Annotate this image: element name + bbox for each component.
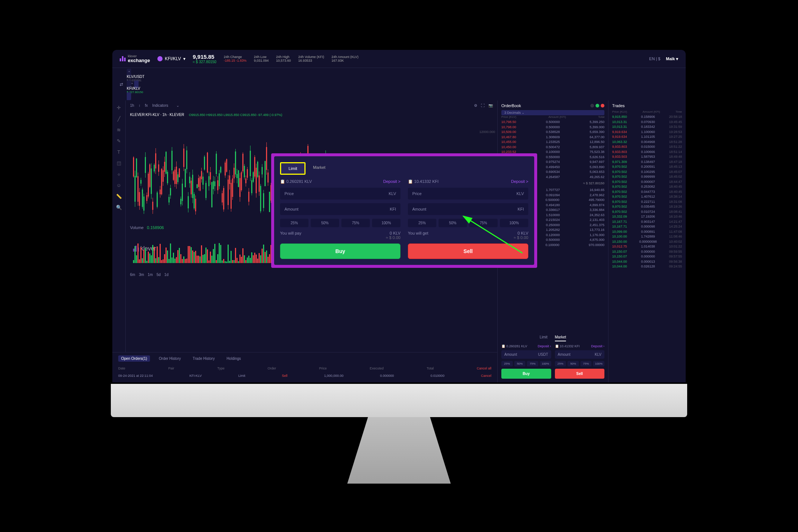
trade-row[interactable]: 10,167.710.00009814:25:24 xyxy=(612,224,682,229)
ob-view-both[interactable] xyxy=(590,104,594,108)
pct-button[interactable]: 25% xyxy=(501,361,513,366)
pct-button[interactable]: 75% xyxy=(580,361,592,366)
lang-selector[interactable]: EN | $ xyxy=(649,57,660,61)
trade-row[interactable]: 9,970.5020.10029518:45:07 xyxy=(612,170,682,175)
sell-button[interactable]: Sell xyxy=(555,369,605,379)
trade-row[interactable]: 9,970.5020.04477318:40:45 xyxy=(612,190,682,195)
timeframe-option[interactable]: 1d xyxy=(164,273,168,277)
cancel-order-button[interactable]: Cancel xyxy=(481,374,491,378)
deposit-link[interactable]: Deposit › xyxy=(538,344,551,348)
timeframe-option[interactable]: 6m xyxy=(130,273,135,277)
trade-row[interactable]: 10,150.000.0000009810:40:02 xyxy=(612,239,682,245)
camera-icon[interactable]: 📷 xyxy=(488,103,493,108)
trade-row[interactable]: 9,933.8030.10066618:51:14 xyxy=(612,150,682,155)
chart-control[interactable]: Indicators xyxy=(152,103,168,108)
orders-tab[interactable]: Open Orders(1) xyxy=(118,355,150,362)
col-date[interactable]: Date xyxy=(118,366,125,370)
trade-row[interactable]: 9,970.5021.40761218:38:14 xyxy=(612,194,682,200)
overlay-tab-limit[interactable]: Limit xyxy=(280,162,306,175)
trendline-icon[interactable]: ╱ xyxy=(116,115,122,122)
trade-row[interactable]: 10,100.001.74288911:08:46 xyxy=(612,234,682,239)
text-icon[interactable]: T xyxy=(116,149,122,155)
trade-row[interactable]: 9,933.5031.58795318:49:48 xyxy=(612,154,682,160)
trade-row[interactable]: 9,915.8500.15890620:58:18 xyxy=(612,115,682,120)
col-pair[interactable]: Pair xyxy=(168,366,174,370)
amount-input[interactable]: AmountKFI xyxy=(408,203,528,215)
pct-button[interactable]: 75% xyxy=(527,361,538,366)
overlay-buy-button[interactable]: Buy xyxy=(280,243,400,259)
orders-tab[interactable]: Order History xyxy=(156,355,184,362)
trade-row[interactable]: 10,099.000.00089111:47:08 xyxy=(612,229,682,235)
trade-row[interactable]: 10,044.000.02612809:24:55 xyxy=(612,264,682,269)
pct-button[interactable]: 75% xyxy=(341,219,370,227)
trade-row[interactable]: 9,919.6341.10110519:27:25 xyxy=(612,134,682,140)
buy-button[interactable]: Buy xyxy=(501,369,551,379)
trade-row[interactable]: 9,970.5020.00000718:44:47 xyxy=(612,180,682,185)
ruler-icon[interactable]: 📏 xyxy=(116,193,122,200)
trade-row[interactable]: 10,013.310.07093019:45:45 xyxy=(612,120,682,125)
orders-tab[interactable]: Holdings xyxy=(224,355,244,362)
col-total[interactable]: Total xyxy=(427,366,434,370)
overlay-sell-button[interactable]: Sell xyxy=(408,243,528,259)
orders-tab[interactable]: Trade History xyxy=(190,355,218,362)
pct-button[interactable]: 50% xyxy=(439,219,467,227)
trade-row[interactable]: 9,970.5020.03548518:19:26 xyxy=(612,204,682,209)
chart-control[interactable]: 1h xyxy=(130,103,134,108)
pattern-icon[interactable]: ◫ xyxy=(116,160,122,166)
fib-icon[interactable]: ≋ xyxy=(116,126,122,133)
user-menu[interactable]: Maik ▾ xyxy=(666,57,678,61)
swap-icon[interactable]: ⇄ xyxy=(120,82,123,87)
price-input[interactable]: PriceKLV xyxy=(408,188,528,200)
trade-row[interactable]: 9,970.5020.25308218:40:45 xyxy=(612,184,682,190)
amount-input[interactable]: AmountKFI xyxy=(280,203,400,215)
pct-button[interactable]: 25% xyxy=(408,219,436,227)
trade-row[interactable]: 9,970.5020.22271118:31:08 xyxy=(612,200,682,205)
timeframe-option[interactable]: 3m xyxy=(139,273,144,277)
col-price[interactable]: Price xyxy=(319,366,327,370)
ovl-deposit-link[interactable]: Deposit > xyxy=(383,179,400,184)
ask-row[interactable]: 10,509.000.5385285,659.390 xyxy=(501,130,604,135)
chart-control[interactable]: fx xyxy=(145,103,148,108)
timeframe-option[interactable]: 5d xyxy=(157,273,161,277)
trade-row[interactable]: 10,044.000.00001309:56:38 xyxy=(612,259,682,265)
pct-button[interactable]: 25% xyxy=(280,219,308,227)
ovl-deposit-link[interactable]: Deposit > xyxy=(511,179,528,184)
cancel-all-button[interactable]: Cancel all xyxy=(477,366,491,370)
pct-button[interactable]: 100% xyxy=(593,361,604,366)
trade-row[interactable]: 10,332.0917.1920616:10:46 xyxy=(612,214,682,219)
amount-input[interactable]: AmountKLV xyxy=(555,350,605,359)
brush-icon[interactable]: ✎ xyxy=(116,137,122,144)
pct-button[interactable]: 50% xyxy=(311,219,339,227)
trade-row[interactable]: 9,970.5020.01072418:08:41 xyxy=(612,209,682,215)
ask-row[interactable]: 10,467.801.30860964,377.00 xyxy=(501,135,604,140)
trade-row[interactable]: 9,970.5020.99999918:45:02 xyxy=(612,174,682,180)
trade-row[interactable]: 10,013.310.18334219:31:59 xyxy=(612,125,682,130)
harmonic-icon[interactable]: ⟐ xyxy=(116,171,122,177)
trade-row[interactable]: 9,970.5020.20059118:45:13 xyxy=(612,164,682,170)
col-type[interactable]: Type xyxy=(217,366,225,370)
trade-row[interactable]: 10,167.710.90314714:21:47 xyxy=(612,219,682,225)
deposit-link[interactable]: Deposit › xyxy=(591,344,604,348)
chart-control[interactable]: ↕ xyxy=(139,103,140,108)
emoji-icon[interactable]: ☺ xyxy=(116,182,122,188)
trade-row[interactable]: 9,919.6341.10006019:28:53 xyxy=(612,130,682,135)
trade-row[interactable]: 10,012.751.01403810:01:22 xyxy=(612,244,682,249)
ask-row[interactable]: 10,455.001.23352512,896.50 xyxy=(501,140,604,145)
fullscreen-icon[interactable]: ⛶ xyxy=(481,103,485,108)
trade-row[interactable]: 10,150.070.00000009:57:55 xyxy=(612,254,682,259)
pct-button[interactable]: 75% xyxy=(469,219,498,227)
ask-row[interactable]: 10,798.500.5000005,399.250 xyxy=(501,120,604,125)
ask-row[interactable]: 10,798.000.5000005,399.000 xyxy=(501,125,604,130)
settings-icon[interactable]: ⚙ xyxy=(474,103,477,108)
pct-button[interactable]: 100% xyxy=(500,219,528,227)
amount-input[interactable]: AmountUSDT xyxy=(501,350,551,359)
trade-row[interactable]: 10,150.070.00000009:59:55 xyxy=(612,249,682,255)
zoom-icon[interactable]: 🔍 xyxy=(116,204,122,211)
col-order[interactable]: Order xyxy=(267,366,276,370)
trade-row[interactable]: 9,933.8030.01500018:51:22 xyxy=(612,144,682,150)
col-exec[interactable]: Executed xyxy=(370,366,384,370)
pct-button[interactable]: 100% xyxy=(540,361,551,366)
price-input[interactable]: PriceKLV xyxy=(280,188,400,200)
trade-row[interactable]: 10,063.320.00496818:51:28 xyxy=(612,140,682,145)
ask-row[interactable]: 10,450.000.5004725,809.937 xyxy=(501,145,604,150)
